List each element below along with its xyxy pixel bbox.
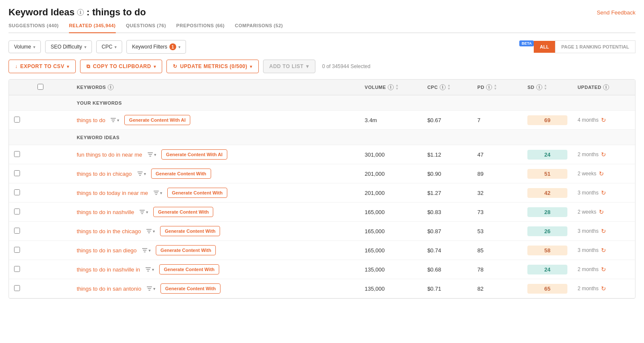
keyword-link[interactable]: things to do today in near me [77,190,148,196]
generate-content-button[interactable]: Generate Content With [151,169,211,179]
generate-content-button[interactable]: Generate Content With [156,245,216,255]
clipboard-label: COPY TO CLIPBOARD [93,63,151,69]
sd-sort[interactable]: ▲▼ [544,84,547,91]
tab-suggestions[interactable]: SUGGESTIONS (440) [9,23,59,33]
keyword-filters-button[interactable]: Keyword Filters 1 ▾ [126,40,186,54]
generate-content-button[interactable]: Generate Content With AI [124,115,190,125]
refresh-icon[interactable]: ↻ [599,170,604,177]
keyword-cell: things to do in san antonio ▾ Generate C… [77,283,355,294]
filter-keyword-icon[interactable]: ▾ [144,228,157,234]
updated-info-icon[interactable]: ℹ [603,84,609,90]
refresh-icon[interactable]: ↻ [601,247,606,254]
cpc-sort[interactable]: ▲▼ [447,84,451,91]
select-all-checkbox[interactable] [37,84,43,90]
filter-keyword-icon[interactable]: ▾ [145,285,157,292]
tab-comparisons[interactable]: COMPARISONS (52) [235,23,283,33]
tab-prepositions[interactable]: PREPOSITIONS (66) [176,23,225,33]
generate-content-button[interactable]: Generate Content With [160,226,220,236]
cpc-info-icon[interactable]: ℹ [440,84,446,90]
keyword-link[interactable]: things to do [77,117,105,123]
row-checkbox[interactable] [14,266,20,272]
volume-sort[interactable]: ▲▼ [395,84,399,91]
update-metrics-button[interactable]: ↻ UPDATE METRICS (0/500) ▾ [166,60,258,73]
row-checkbox[interactable] [14,285,20,291]
filter-keyword-icon[interactable]: ▾ [146,151,158,158]
updated-cell: 2 weeks ↻ [578,170,630,177]
row-checkbox[interactable] [14,209,20,214]
refresh-icon[interactable]: ↻ [601,151,606,158]
title-query: : things to do [86,7,146,18]
row-checkbox[interactable] [14,228,20,234]
row-checkbox[interactable] [14,117,20,123]
keyword-link[interactable]: fun things to do in near me [77,151,142,158]
generate-content-button[interactable]: Generate Content With [160,283,220,294]
row-checkbox[interactable] [14,247,20,253]
seo-difficulty-filter[interactable]: SEO Difficulty ▾ [45,40,92,53]
cpc-chevron-icon: ▾ [114,45,117,49]
refresh-icon[interactable]: ↻ [601,285,606,292]
generate-content-button[interactable]: Generate Content With [167,188,227,198]
pd-sort[interactable]: ▲▼ [494,84,497,91]
keyword-link[interactable]: things to do in chicago [77,171,132,177]
pd-cell: 85 [472,241,523,260]
updated-text: 2 months [578,286,598,292]
keyword-link[interactable]: things to do in the chicago [77,228,141,234]
tab-related[interactable]: RELATED (345,944) [69,23,116,33]
add-to-list-button[interactable]: ADD TO LIST ▾ [263,60,315,73]
generate-content-button[interactable]: Generate Content With [159,264,219,274]
keyword-link[interactable]: things to do in nashville in [77,266,140,273]
filter-keyword-icon[interactable]: ▾ [137,209,150,215]
th-cpc: CPC ℹ ▲▼ [422,80,472,95]
view-all-button[interactable]: ALL [534,41,555,53]
export-csv-icon: ↓ [15,63,18,69]
refresh-metrics-icon: ↻ [173,63,177,69]
tab-questions[interactable]: QUESTIONS (76) [126,23,166,33]
refresh-icon[interactable]: ↻ [601,117,606,123]
row-checkbox[interactable] [14,170,20,176]
view-page1-button[interactable]: PAGE 1 RANKING POTENTIAL [555,40,635,53]
refresh-icon[interactable]: ↻ [601,266,606,273]
row-checkbox[interactable] [14,151,20,157]
copy-clipboard-button[interactable]: ⧉ COPY TO CLIPBOARD ▾ [80,60,163,73]
cpc-col-label: CPC [427,85,438,90]
generate-content-button[interactable]: Generate Content With [153,207,213,217]
keyword-link[interactable]: things to do in nashville [77,209,134,215]
volume-cell: 3.4m [360,111,422,130]
pd-cell: 47 [472,145,523,164]
cpc-filter[interactable]: CPC ▾ [96,40,122,53]
updated-cell: 2 months ↻ [578,285,630,292]
updated-text: 3 months [578,190,598,196]
sd-cell: 69 [527,115,567,125]
refresh-icon[interactable]: ↻ [599,209,604,215]
keywords-info-icon[interactable]: ℹ [108,84,114,90]
keyword-link[interactable]: things to do in san antonio [77,286,141,292]
export-csv-button[interactable]: ↓ EXPORT TO CSV ▾ [9,60,76,73]
keyword-link[interactable]: things to do in san diego [77,247,137,254]
table-row: things to do in the chicago ▾ Generate C… [9,222,635,241]
refresh-icon[interactable]: ↻ [601,228,606,234]
send-feedback-link[interactable]: Send Feedback [597,9,635,16]
filter-keyword-icon[interactable]: ▾ [140,247,152,254]
add-to-list-chevron-icon: ▾ [306,63,309,69]
volume-cell: 165,000 [360,203,422,222]
filter-keyword-icon[interactable]: ▾ [135,170,148,177]
generate-content-button[interactable]: Generate Content With AI [161,149,227,160]
filter-keyword-icon[interactable]: ▾ [152,189,164,196]
keyword-cell: things to do today in near me ▾ Generate… [77,188,355,198]
updated-text: 2 months [578,151,598,157]
filter-keyword-icon[interactable]: ▾ [143,266,156,273]
pd-info-icon[interactable]: ℹ [486,84,492,90]
volume-cell: 165,000 [360,222,422,241]
keyword-filters-badge: 1 [169,43,176,50]
sd-cell: 24 [527,150,567,160]
filter-keyword-icon[interactable]: ▾ [109,117,121,123]
refresh-icon[interactable]: ↻ [601,189,606,196]
filter-chevron-icon: ▾ [149,248,151,253]
keyword-cell: things to do in the chicago ▾ Generate C… [77,226,355,236]
volume-filter[interactable]: Volume ▾ [9,40,41,53]
sd-info-icon[interactable]: ℹ [536,84,542,90]
title-info-icon[interactable]: ℹ [77,9,84,16]
keyword-actions: ▾ [140,247,152,254]
volume-info-icon[interactable]: ℹ [388,84,394,90]
row-checkbox[interactable] [14,189,20,195]
